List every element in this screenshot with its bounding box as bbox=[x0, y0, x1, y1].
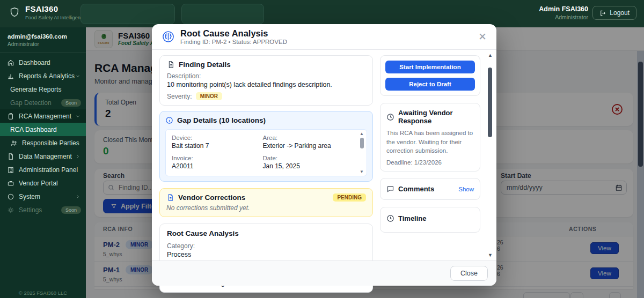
topbar-user: Admin FSAI360 Administrator bbox=[539, 5, 588, 20]
modal-subtitle: Finding ID: PM-2 • Status: APPROVED bbox=[180, 39, 287, 45]
soon-badge: Soon bbox=[61, 206, 81, 214]
topbar-user-name: Admin FSAI360 bbox=[539, 5, 588, 13]
sidebar-item-system[interactable]: System bbox=[0, 190, 86, 203]
modal-footer: Close bbox=[152, 260, 496, 286]
modal-title: Root Cause Analysis bbox=[180, 28, 287, 39]
gap-field-area: Area: Exterior -> Parking area bbox=[263, 135, 354, 150]
scroll-up-icon[interactable]: ▲ bbox=[488, 53, 493, 58]
users-key-icon bbox=[10, 139, 18, 147]
vendor-corrections-empty: No corrections submitted yet. bbox=[166, 204, 366, 212]
gear-icon bbox=[7, 206, 14, 214]
comment-icon bbox=[386, 185, 394, 193]
scroll-down-icon[interactable]: ▼ bbox=[488, 252, 493, 258]
chevron-down-icon bbox=[75, 73, 80, 79]
sidebar-user-role: Administrator bbox=[8, 41, 78, 47]
description-label: Description: bbox=[167, 72, 365, 80]
document-icon bbox=[7, 153, 14, 160]
reject-to-draft-button[interactable]: Reject to Draft bbox=[385, 78, 475, 91]
brand: FSAI360 Food Safety AI Intelligence bbox=[9, 4, 86, 20]
sidebar-item-gap-detection: Gap Detection Soon bbox=[0, 96, 86, 109]
document-icon bbox=[166, 193, 174, 202]
comments-title: Comments bbox=[398, 185, 434, 193]
finding-details-card: Finding Details Description: 10 monitori… bbox=[159, 55, 373, 106]
info-circle-icon bbox=[165, 116, 173, 124]
briefcase-icon bbox=[7, 180, 14, 187]
category-label: Category: bbox=[167, 242, 365, 250]
building-icon bbox=[7, 166, 14, 174]
finding-details-title: Finding Details bbox=[179, 61, 231, 69]
gap-field-date: Date: Jan 15, 2025 bbox=[263, 155, 354, 170]
clock-icon bbox=[386, 113, 394, 121]
severity-badge: MINOR bbox=[196, 92, 222, 100]
sidebar-item-responsible-parties[interactable]: Responsible Parties bbox=[0, 136, 86, 150]
modal-scrollbar-thumb[interactable] bbox=[488, 68, 492, 137]
document-icon bbox=[167, 61, 175, 69]
logout-icon bbox=[599, 10, 606, 17]
modal-scrollbar[interactable]: ▲ ▼ bbox=[487, 53, 494, 258]
logout-button[interactable]: Logout bbox=[592, 6, 636, 20]
category-value: Process bbox=[167, 251, 365, 258]
close-icon[interactable]: ✕ bbox=[478, 32, 487, 42]
modal-body: Finding Details Description: 10 monitori… bbox=[159, 55, 480, 258]
sidebar-item-dashboard[interactable]: Dashboard bbox=[0, 56, 86, 69]
clock-icon bbox=[386, 214, 394, 222]
severity-label: Severity: bbox=[167, 93, 192, 100]
header-placeholder-2 bbox=[181, 4, 264, 24]
chevron-down-icon bbox=[75, 114, 80, 119]
modal-actions-card: Start Implementation Reject to Draft bbox=[380, 55, 480, 96]
start-implementation-button[interactable]: Start Implementation bbox=[385, 61, 475, 73]
timeline-title: Timeline bbox=[398, 214, 427, 222]
brand-tagline: Food Safety AI Intelligence bbox=[25, 14, 86, 20]
gap-locations-list[interactable]: Device: Bait station 7 Area: Exterior ->… bbox=[165, 129, 367, 176]
scroll-down-icon[interactable]: ▼ bbox=[360, 169, 364, 174]
gap-field-device: Device: Bait station 7 bbox=[172, 135, 263, 150]
header-placeholder-1 bbox=[80, 4, 175, 24]
comments-card: Comments Show bbox=[380, 178, 480, 200]
sidebar-nav: Dashboard Reports & Analytics Generate R… bbox=[0, 56, 86, 217]
comments-show-link[interactable]: Show bbox=[458, 186, 474, 192]
sidebar-user: admin@fsai360.com Administrator bbox=[0, 27, 86, 53]
gap-field-invoice: Invoice: A20011 bbox=[172, 155, 263, 170]
clipboard-icon bbox=[7, 113, 14, 120]
system-icon bbox=[7, 193, 14, 200]
gap-details-card: Gap Details (10 locations) Device: Bait … bbox=[159, 111, 373, 182]
awaiting-title: Awaiting Vendor Response bbox=[398, 109, 474, 125]
sidebar-item-data-management[interactable]: Data Management bbox=[0, 150, 86, 163]
chart-icon bbox=[7, 72, 14, 80]
description-value: 10 monitoring point(s) lack detailed fin… bbox=[167, 81, 365, 88]
vendor-corrections-title: Vendor Corrections bbox=[178, 193, 245, 202]
soon-badge: Soon bbox=[61, 99, 81, 107]
sidebar-item-administration-panel[interactable]: Administration Panel bbox=[0, 163, 86, 176]
awaiting-vendor-card: Awaiting Vendor Response This RCA has be… bbox=[380, 103, 480, 172]
rca-title: Root Cause Analysis bbox=[167, 229, 365, 237]
brain-icon bbox=[162, 30, 175, 43]
sidebar-item-rca-management[interactable]: RCA Management bbox=[0, 109, 86, 123]
sidebar-footer: © 2025 FSAI360 LLC bbox=[0, 290, 86, 296]
chevron-right-icon bbox=[75, 194, 80, 199]
awaiting-body: This RCA has been assigned to the vendor… bbox=[386, 129, 474, 155]
home-icon bbox=[7, 59, 14, 66]
awaiting-deadline: Deadline: 1/23/2026 bbox=[386, 159, 474, 166]
gap-details-title: Gap Details (10 locations) bbox=[177, 116, 266, 124]
close-button[interactable]: Close bbox=[450, 266, 488, 281]
sidebar-item-rca-dashboard[interactable]: RCA Dashboard bbox=[0, 123, 86, 136]
scroll-up-icon[interactable]: ▲ bbox=[360, 131, 364, 136]
sidebar-user-email: admin@fsai360.com bbox=[8, 33, 78, 40]
sidebar-item-settings: Settings Soon bbox=[0, 203, 86, 217]
brand-name: FSAI360 bbox=[25, 4, 86, 13]
topbar-user-role: Administrator bbox=[539, 14, 588, 20]
gap-list-scrollbar[interactable]: ▲ ▼ bbox=[358, 131, 365, 174]
chevron-right-icon bbox=[75, 154, 80, 159]
shield-icon bbox=[9, 6, 20, 19]
sidebar-item-generate-reports[interactable]: Generate Reports bbox=[0, 83, 86, 96]
timeline-card: Timeline bbox=[380, 207, 480, 233]
gap-scrollbar-thumb[interactable] bbox=[360, 138, 364, 148]
rca-modal: Root Cause Analysis Finding ID: PM-2 • S… bbox=[152, 24, 496, 286]
pending-badge: PENDING bbox=[333, 193, 366, 202]
top-bar: FSAI360 Food Safety AI Intelligence Admi… bbox=[0, 0, 644, 27]
sidebar-item-vendor-portal[interactable]: Vendor Portal bbox=[0, 176, 86, 190]
modal-header: Root Cause Analysis Finding ID: PM-2 • S… bbox=[152, 24, 496, 50]
vendor-corrections-card: Vendor Corrections PENDING No correction… bbox=[159, 188, 373, 217]
sidebar-item-reports-analytics[interactable]: Reports & Analytics bbox=[0, 69, 86, 83]
logout-label: Logout bbox=[610, 9, 630, 17]
